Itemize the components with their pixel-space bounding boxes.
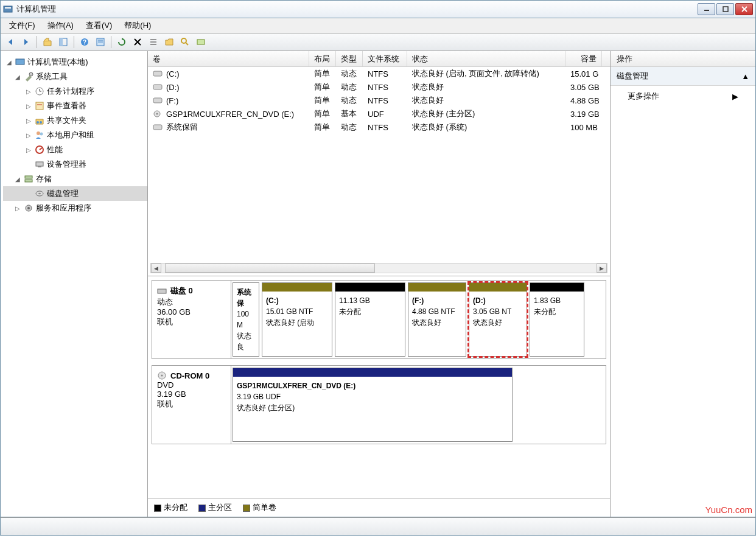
- volume-capacity: 15.01 G: [565, 68, 602, 80]
- share-icon: [35, 116, 44, 125]
- menu-view[interactable]: 查看(V): [81, 19, 117, 32]
- partition[interactable]: 1.83 GB未分配: [530, 282, 584, 357]
- tree-local-users[interactable]: ▷本地用户和组: [3, 128, 147, 142]
- cdrom-0[interactable]: CD-ROM 0 DVD 3.19 GB 联机 GSP1RMCULXFRER_C…: [152, 365, 606, 444]
- disk-partitions: GSP1RMCULXFRER_CN_DVD (E:) 3.19 GB UDF 状…: [231, 366, 606, 444]
- delete-button[interactable]: [130, 35, 145, 49]
- col-type[interactable]: 类型: [336, 51, 363, 66]
- expand-icon[interactable]: ▷: [25, 88, 32, 95]
- close-button[interactable]: [735, 3, 753, 15]
- volume-row[interactable]: GSP1RMCULXFRER_CN_DVD (E:)简单基本UDF状态良好 (主…: [148, 107, 610, 121]
- volume-fs: NTFS: [363, 82, 407, 93]
- legend: 未分配 主分区 简单卷: [148, 498, 610, 517]
- tree-label: 本地用户和组: [47, 130, 94, 141]
- scroll-thumb[interactable]: [165, 264, 375, 273]
- expand-icon[interactable]: ◢: [5, 59, 13, 66]
- properties-button[interactable]: [93, 35, 108, 49]
- up-button[interactable]: [40, 35, 55, 49]
- partition[interactable]: (C:)15.01 GB NTF状态良好 (启动: [262, 282, 332, 357]
- volume-name: (D:): [166, 83, 180, 92]
- expand-icon[interactable]: ▷: [25, 147, 32, 153]
- col-volume[interactable]: 卷: [148, 51, 309, 66]
- partition[interactable]: (D:)3.05 GB NT状态良好: [469, 282, 527, 357]
- horizontal-scrollbar[interactable]: ◀ ▶: [150, 263, 607, 273]
- volume-row[interactable]: (D:)简单动态NTFS状态良好3.05 GB: [148, 80, 610, 94]
- volume-capacity: 3.05 GB: [565, 82, 602, 93]
- maximize-button[interactable]: [716, 3, 734, 15]
- volume-row[interactable]: (F:)简单动态NTFS状态良好4.88 GB: [148, 94, 610, 107]
- partition[interactable]: (F:)4.88 GB NTF状态良好: [408, 282, 466, 357]
- col-filesystem[interactable]: 文件系统: [363, 51, 407, 66]
- tree-services-apps[interactable]: ▷服务和应用程序: [3, 201, 147, 215]
- volume-status: 状态良好 (系统): [407, 121, 565, 134]
- separator: [111, 36, 111, 48]
- svg-rect-43: [153, 85, 162, 89]
- collapse-icon[interactable]: ▲: [741, 72, 749, 81]
- disk-kind: DVD: [157, 380, 226, 390]
- col-capacity[interactable]: 容量: [565, 51, 602, 66]
- svg-rect-35: [38, 166, 41, 167]
- tree-root[interactable]: ◢计算机管理(本地): [3, 55, 147, 69]
- tree-storage[interactable]: ◢存储: [3, 172, 147, 186]
- refresh-button[interactable]: [114, 35, 129, 49]
- partition-status: 未分配: [534, 306, 580, 317]
- menu-help[interactable]: 帮助(H): [119, 19, 156, 32]
- partition-size: 1.83 GB: [534, 295, 580, 306]
- legend-unallocated: 未分配: [154, 502, 187, 513]
- drive-icon: [153, 83, 163, 91]
- minimize-button[interactable]: [698, 3, 715, 15]
- menu-file[interactable]: 文件(F): [4, 19, 40, 32]
- scroll-right-arrow[interactable]: ▶: [597, 264, 607, 273]
- tree-event-viewer[interactable]: ▷事件查看器: [3, 99, 147, 113]
- app-icon: [3, 4, 13, 14]
- disk-size: 36.00 GB: [157, 307, 226, 316]
- volume-status: 状态良好 (主分区): [407, 107, 565, 121]
- expand-icon[interactable]: ▷: [14, 205, 21, 212]
- expand-icon[interactable]: ▷: [25, 103, 32, 110]
- col-status[interactable]: 状态: [407, 51, 565, 66]
- expand-icon[interactable]: ◢: [14, 176, 21, 183]
- tree-device-manager[interactable]: 设备管理器: [3, 157, 147, 172]
- svg-point-31: [40, 133, 43, 136]
- partition-e[interactable]: GSP1RMCULXFRER_CN_DVD (E:) 3.19 GB UDF 状…: [233, 368, 513, 442]
- col-layout[interactable]: 布局: [309, 51, 336, 66]
- center-pane: 卷 布局 类型 文件系统 状态 容量 (C:)简单动态NTFS状态良好 (启动,…: [148, 51, 611, 517]
- back-button[interactable]: [3, 35, 18, 49]
- list-button[interactable]: [146, 35, 161, 49]
- actions-section[interactable]: 磁盘管理▲: [611, 67, 755, 86]
- tree-performance[interactable]: ▷性能: [3, 142, 147, 157]
- disk-0[interactable]: 磁盘 0 动态 36.00 GB 联机 系统保100 M状态良(C:)15.01…: [152, 280, 606, 359]
- computer-icon: [15, 57, 25, 67]
- svg-point-46: [156, 113, 158, 115]
- partition[interactable]: 11.13 GB未分配: [335, 282, 405, 357]
- disk-kind: 动态: [157, 296, 226, 307]
- help-button[interactable]: ?: [77, 35, 92, 49]
- open-button[interactable]: [162, 35, 177, 49]
- show-hide-button[interactable]: [56, 35, 71, 49]
- expand-icon[interactable]: ▷: [25, 132, 32, 139]
- forward-button[interactable]: [19, 35, 33, 49]
- volume-layout: 简单: [309, 80, 336, 94]
- tree-system-tools[interactable]: ◢系统工具: [3, 69, 147, 84]
- tree-disk-management[interactable]: 磁盘管理: [3, 186, 147, 201]
- volume-status: 状态良好: [407, 80, 565, 94]
- menu-action[interactable]: 操作(A): [43, 19, 79, 32]
- scroll-left-arrow[interactable]: ◀: [151, 264, 161, 273]
- partition-label: (D:): [473, 295, 523, 306]
- actions-more[interactable]: 更多操作▶: [611, 86, 755, 107]
- disk-partitions: 系统保100 M状态良(C:)15.01 GB NTF状态良好 (启动11.13…: [231, 281, 606, 358]
- tree-task-scheduler[interactable]: ▷任务计划程序: [3, 84, 147, 99]
- svg-point-28: [37, 121, 39, 124]
- find-button[interactable]: [178, 35, 192, 49]
- tree-shared-folders[interactable]: ▷共享文件夹: [3, 113, 147, 128]
- volume-row[interactable]: (C:)简单动态NTFS状态良好 (启动, 页面文件, 故障转储)15.01 G: [148, 67, 610, 80]
- expand-icon[interactable]: ▷: [25, 117, 32, 124]
- tree-label: 服务和应用程序: [36, 203, 91, 214]
- menubar: 文件(F) 操作(A) 查看(V) 帮助(H): [0, 18, 756, 33]
- expand-icon[interactable]: ◢: [14, 74, 21, 80]
- tree-label: 共享文件夹: [47, 115, 86, 126]
- options-button[interactable]: [194, 35, 208, 49]
- volume-row[interactable]: 系统保留简单动态NTFS状态良好 (系统)100 MB: [148, 121, 610, 134]
- partition[interactable]: 系统保100 M状态良: [233, 282, 259, 357]
- svg-line-33: [40, 148, 42, 150]
